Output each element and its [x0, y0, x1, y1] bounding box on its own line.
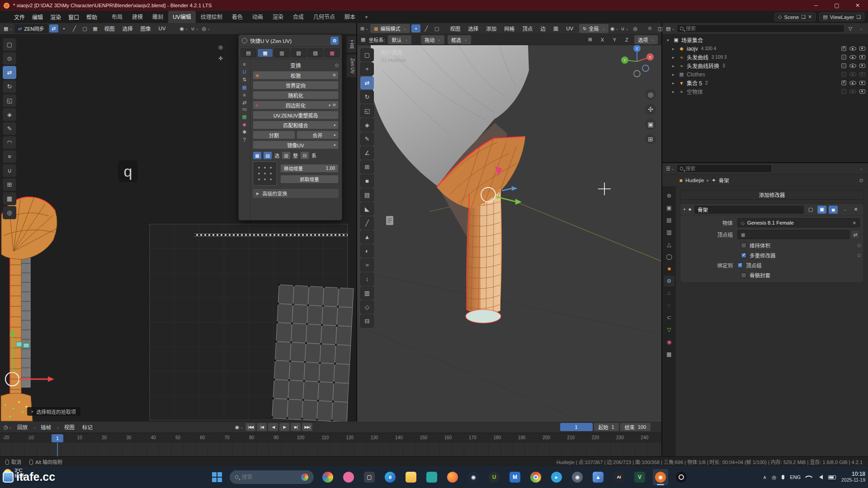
mirror-x-toggle[interactable]: X — [598, 36, 607, 44]
eye-icon[interactable] — [849, 89, 856, 94]
zen-panel-header[interactable]: 快捷U V (Zen UV) ⚙ — [239, 35, 342, 47]
vp-menu-edge[interactable]: 边 — [537, 23, 549, 33]
collapse-icon[interactable]: ▾ — [684, 207, 685, 211]
workspace-tab-modeling[interactable]: 建模 — [127, 10, 147, 23]
animate-decorator[interactable] — [858, 254, 861, 257]
zen-tab-2[interactable]: ▦ — [257, 48, 273, 57]
uv-sync-selection-icon[interactable]: ⇄ — [49, 24, 58, 33]
vp-menu-select[interactable]: 选择 — [465, 23, 481, 33]
modifier-name-field[interactable]: 骨架 — [694, 206, 804, 214]
cursor-tool[interactable]: + — [360, 62, 374, 75]
relax-tool[interactable]: ≡ — [3, 150, 16, 163]
move-increment-field[interactable]: 移动增量1.00 — [280, 164, 339, 173]
auto-keying-icon[interactable]: ◉⌄ — [234, 423, 244, 431]
workspace-tab-scripting[interactable]: 脚本 — [340, 10, 360, 23]
zen-uv-panel[interactable]: 快捷U V (Zen UV) ⚙ ▤ ▦ ▥ ▧ ▨ ▩ ≡ U ⇅ ▦ ≡ ⇄… — [238, 34, 342, 221]
v2ray-icon[interactable]: V — [632, 469, 647, 485]
editor-type-icon[interactable]: ▤⌄ — [665, 24, 675, 33]
view-layer-tab[interactable]: ▥ — [664, 227, 675, 238]
expand-icon[interactable]: ▸ — [672, 81, 678, 85]
knife-tool[interactable]: ▲ — [360, 230, 374, 244]
menu-help[interactable]: 帮助 — [83, 11, 101, 23]
transform-tool[interactable]: ◈ — [3, 108, 16, 121]
playhead[interactable]: 1 — [52, 434, 63, 442]
spin-tool[interactable]: ≈ — [360, 258, 374, 272]
zen-cat-help-icon[interactable]: ? — [243, 137, 245, 142]
add-modifier-button[interactable]: 添加修改器 — [680, 190, 864, 200]
measure-tool[interactable]: ∠ — [360, 146, 374, 160]
outliner-search[interactable] — [677, 24, 844, 33]
blender-taskbar-icon[interactable]: ◉ — [653, 469, 668, 485]
taskbar-search-input[interactable] — [242, 474, 297, 480]
modifiers-tab[interactable]: ⚙ — [664, 276, 675, 286]
sidebar-tab-zenuv[interactable]: Zen UV — [346, 54, 356, 78]
expand-icon[interactable]: ▸ — [334, 133, 336, 137]
mode-selector[interactable]: ▦ 编辑模式⌄ — [370, 24, 410, 33]
smooth-tool[interactable]: ↕ — [360, 272, 374, 286]
scale-tool[interactable]: ◱ — [3, 94, 16, 107]
outliner-row-empty[interactable]: ▸ + 空物体 — [662, 87, 868, 96]
vp-menu-view[interactable]: 视图 — [447, 23, 463, 33]
close-button[interactable]: ✕ — [847, 0, 868, 11]
vp-menu-face[interactable]: 面 — [550, 23, 562, 33]
pivot-point-icon[interactable]: ◉⌄ — [179, 24, 189, 33]
world-tab[interactable]: ◯ — [664, 251, 675, 262]
object-data-tab[interactable]: ▽ — [664, 324, 675, 335]
search-highlights-icon[interactable] — [301, 474, 308, 481]
scene-selector[interactable]: ◇ Scene ❏ ✕ — [774, 13, 816, 21]
zoom-icon[interactable]: ◎ — [645, 89, 656, 100]
scale-tool[interactable]: ◱ — [360, 104, 374, 117]
annotate-tool[interactable]: ✎ — [3, 122, 16, 135]
utorrent-icon[interactable]: U — [486, 469, 502, 485]
eye-icon[interactable] — [849, 47, 856, 51]
pin-icon[interactable]: ⊙ — [859, 177, 863, 183]
orientation-dropdown[interactable]: 默认⌄ — [388, 35, 411, 44]
operator-panel[interactable]: ▸ 选择相连的拾取项 — [27, 407, 80, 416]
chrome-icon[interactable] — [528, 469, 543, 485]
pink-app-icon[interactable] — [341, 469, 356, 485]
zen-tab-checker[interactable]: ▩ — [324, 48, 340, 57]
menu-window[interactable]: 窗口 — [65, 11, 83, 23]
uv-menu-uv[interactable]: UV — [156, 24, 169, 33]
zen-cat-icon[interactable]: ≡ — [243, 93, 245, 98]
poly-build-tool[interactable]: ◐ — [360, 244, 374, 258]
search-input[interactable] — [686, 26, 841, 31]
outliner-row-hair-curve[interactable]: ▸ ≈ 头发曲线 3 109 3 — [662, 53, 868, 61]
filter-icon[interactable]: ▽ — [846, 24, 855, 33]
zen-cat-checker-icon[interactable]: ▦ — [242, 114, 246, 119]
material-tab[interactable]: ◉ — [664, 337, 675, 347]
edge-mode-icon[interactable]: ▥ — [282, 151, 291, 160]
gear-icon[interactable]: ⚙ — [333, 103, 336, 107]
workspace-tab-shading[interactable]: 着色 — [227, 10, 247, 23]
pan-hand-icon[interactable]: ✣ — [216, 54, 225, 62]
advanced-transform-section[interactable]: ▶ 高级的变换 — [253, 189, 339, 198]
expand-icon[interactable]: ▸ — [672, 64, 678, 68]
grab-increment-button[interactable]: 抓取增量 — [280, 175, 339, 183]
face-mode-icon[interactable]: ▤ — [263, 151, 272, 160]
scene-tab[interactable]: △ — [664, 239, 675, 250]
show-gizmo-icon[interactable]: ⟐ — [645, 24, 654, 33]
vscode-icon[interactable]: M — [507, 469, 523, 485]
multi-modifier-checkbox[interactable] — [741, 253, 746, 258]
physics-tab[interactable]: ◌ — [664, 300, 675, 311]
texture-tab[interactable]: ▩ — [664, 349, 675, 360]
pivot-point-icon[interactable]: ◉⌄ — [610, 24, 619, 33]
gear-icon[interactable]: ⚙ — [333, 73, 336, 77]
vertex-group-field[interactable]: ▦ — [737, 230, 849, 239]
extrude-tool[interactable]: ■ — [360, 174, 374, 188]
render-toggle-icon[interactable]: ◙ — [829, 206, 838, 214]
teal-app-icon[interactable] — [424, 469, 439, 485]
inset-faces-tool[interactable]: ▤ — [360, 188, 374, 202]
split-button[interactable]: 分割 — [253, 131, 295, 139]
outliner-row-hair-convert[interactable]: ▸ ≈ 头发曲线转换 3 — [662, 61, 868, 70]
3d-viewport-canvas[interactable] — [357, 45, 661, 422]
ime-icon[interactable] — [320, 469, 335, 485]
preserve-volume-checkbox[interactable] — [741, 243, 746, 248]
editor-type-icon[interactable]: ◷⌄ — [3, 423, 13, 431]
workspace-tab-sculpt[interactable]: 雕刻 — [148, 10, 168, 23]
editor-type-icon[interactable]: ☰⌄ — [665, 164, 675, 173]
pin-icon[interactable]: ⊙ — [335, 63, 339, 68]
modifier-extras-icon[interactable]: ⌄ — [840, 206, 849, 214]
microphone-icon[interactable] — [782, 475, 784, 479]
menu-file[interactable]: 文件 — [10, 11, 28, 23]
